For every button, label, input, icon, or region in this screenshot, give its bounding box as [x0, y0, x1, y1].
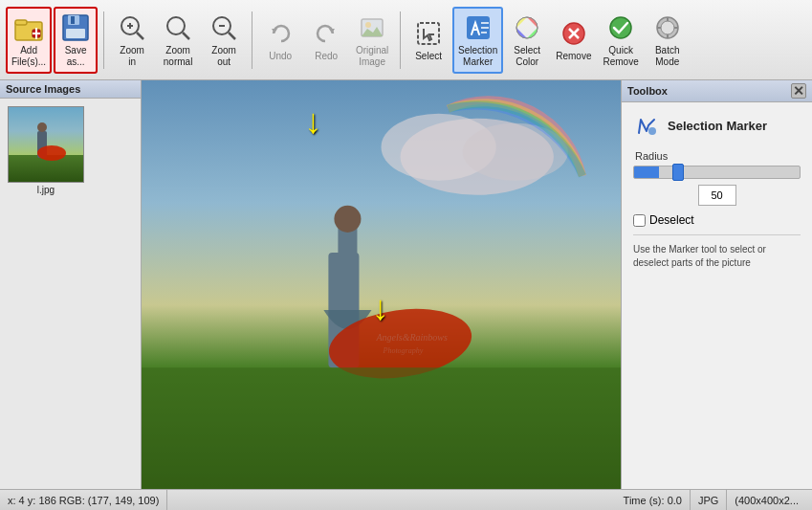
svg-rect-8	[71, 16, 75, 24]
add-file-button[interactable]: Add File(s)...	[6, 7, 52, 74]
undo-button[interactable]: Undo	[258, 7, 302, 74]
svg-rect-7	[66, 29, 85, 38]
coords-text: x: 4 y: 186	[8, 495, 56, 506]
svg-text:Angels&Rainbows: Angels&Rainbows	[375, 332, 448, 343]
redo-icon	[311, 18, 341, 49]
selection-marker-button[interactable]: Selection Marker	[452, 7, 503, 74]
zoom-out-icon	[208, 12, 239, 43]
time-segment: Time (s): 0.0	[616, 490, 691, 510]
zoom-out-label: Zoom out	[211, 45, 236, 68]
svg-rect-1	[15, 20, 27, 25]
batch-mode-label: Batch Mode	[655, 45, 680, 68]
statusbar: x: 4 y: 186 RGB: (177, 149, 109) Time (s…	[0, 489, 812, 510]
svg-text:↓: ↓	[304, 101, 321, 141]
main-area: Source Images	[0, 80, 812, 489]
time-text: Time (s): 0.0	[624, 495, 682, 506]
redo-button[interactable]: Redo	[304, 7, 348, 74]
svg-rect-55	[142, 367, 621, 489]
batch-mode-button[interactable]: Batch Mode	[646, 7, 690, 74]
svg-text:Photography: Photography	[383, 346, 424, 355]
format-text: JPG	[698, 495, 718, 506]
deselect-checkbox[interactable]	[633, 214, 646, 227]
quick-remove-label: Quick Remove	[604, 45, 639, 68]
dimensions-text: (400x400x2...	[735, 495, 799, 506]
redo-label: Redo	[315, 51, 338, 62]
toolbox-tool-title: Selection Marker	[668, 119, 767, 133]
svg-line-12	[137, 33, 143, 39]
marker-icon	[463, 12, 494, 43]
dimensions-segment: (400x400x2...	[727, 490, 806, 510]
svg-point-44	[37, 145, 66, 161]
source-panel-title: Source Images	[0, 80, 141, 99]
select-color-label: Select Color	[514, 45, 540, 68]
svg-point-13	[167, 17, 185, 34]
toolbox-content: Selection Marker Radius 50 Deselect Use …	[622, 102, 812, 279]
zoom-normal-icon	[163, 12, 193, 43]
save-as-button[interactable]: Save as...	[54, 7, 98, 74]
add-file-label: Add File(s)...	[11, 45, 46, 68]
sep3	[400, 11, 401, 69]
toolbar: Add File(s)... Save as... Zoom in	[0, 0, 812, 80]
svg-point-43	[37, 122, 47, 132]
rgb-text: RGB: (177, 149, 109)	[59, 495, 160, 506]
svg-line-17	[229, 33, 235, 39]
toolbox-panel: Toolbox ✕ Selection Marker Radius 50	[621, 80, 812, 489]
undo-label: Undo	[269, 51, 292, 62]
select-label: Select	[415, 51, 442, 62]
toolbox-marker-icon	[633, 112, 660, 139]
radius-slider[interactable]	[633, 166, 801, 179]
svg-point-21	[365, 22, 371, 28]
deselect-row: Deselect	[633, 213, 801, 227]
toolbox-close-button[interactable]: ✕	[791, 83, 806, 99]
color-picker-icon	[512, 12, 542, 43]
quick-remove-button[interactable]: Quick Remove	[599, 7, 644, 74]
original-image-button[interactable]: Original Image	[350, 7, 394, 74]
select-button[interactable]: Select	[406, 7, 450, 74]
svg-point-29	[516, 17, 538, 38]
source-image-thumb	[8, 106, 84, 183]
svg-text:↓: ↓	[371, 288, 388, 327]
remove-label: Remove	[556, 51, 591, 62]
selection-marker-label: Selection Marker	[458, 45, 497, 68]
zoom-in-label: Zoom in	[120, 45, 144, 68]
sep1	[103, 11, 104, 69]
source-images-list: l.jpg	[0, 99, 141, 203]
zoom-in-icon	[117, 12, 147, 43]
format-segment: JPG	[691, 490, 727, 510]
save-as-label: Save as...	[65, 45, 87, 68]
svg-line-14	[183, 33, 189, 39]
zoom-normal-label: Zoom normal	[164, 45, 193, 68]
save-icon	[60, 12, 91, 43]
deselect-label: Deselect	[649, 213, 694, 227]
source-image-item[interactable]: l.jpg	[6, 104, 86, 197]
folder-add-icon	[13, 12, 44, 43]
coords-segment: x: 4 y: 186 RGB: (177, 149, 109)	[6, 490, 167, 510]
quick-remove-icon	[605, 12, 636, 43]
toolbox-tool-header: Selection Marker	[633, 112, 801, 139]
zoom-normal-button[interactable]: Zoom normal	[156, 7, 200, 74]
source-panel: Source Images	[0, 80, 142, 489]
toolbox-hint: Use the Marker tool to select or deselec…	[633, 234, 801, 270]
undo-icon	[265, 18, 296, 49]
photo-background: Angels&Rainbows Photography ↓ ↓	[142, 80, 621, 489]
zoom-in-button[interactable]: Zoom in	[110, 7, 154, 74]
zoom-out-button[interactable]: Zoom out	[202, 7, 246, 74]
source-image-label: l.jpg	[37, 185, 55, 195]
toolbox-title: Toolbox	[627, 85, 668, 97]
toolbox-title-bar: Toolbox ✕	[622, 80, 812, 102]
select-color-button[interactable]: Select Color	[505, 7, 549, 74]
slider-row	[633, 166, 801, 179]
radius-value-input[interactable]: 50	[698, 185, 736, 206]
svg-point-51	[334, 206, 361, 233]
svg-point-58	[648, 127, 656, 135]
svg-point-35	[661, 21, 674, 34]
original-icon	[357, 12, 387, 43]
canvas-area[interactable]: Angels&Rainbows Photography ↓ ↓	[142, 80, 621, 489]
sep2	[252, 11, 252, 69]
batch-icon	[652, 12, 683, 43]
radius-label: Radius	[635, 150, 801, 162]
remove-icon	[559, 18, 589, 49]
canvas-placeholder: Angels&Rainbows Photography ↓ ↓	[142, 80, 621, 489]
remove-button[interactable]: Remove	[551, 7, 596, 74]
original-image-label: Original Image	[356, 45, 388, 68]
